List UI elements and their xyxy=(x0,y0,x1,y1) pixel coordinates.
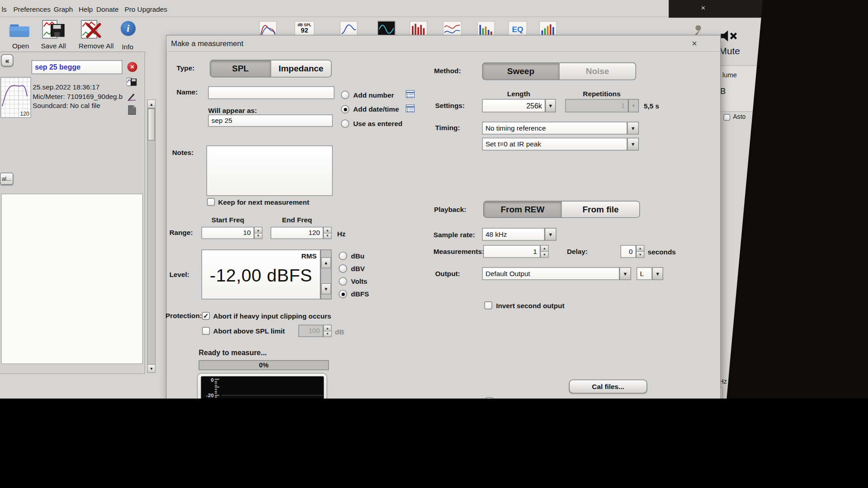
repetitions-field: 1 xyxy=(565,99,628,112)
notes-doc-icon[interactable] xyxy=(128,105,136,115)
invert-output-checkbox[interactable] xyxy=(484,301,492,309)
menu-item-pro-upgrades[interactable]: Pro Upgrades xyxy=(125,5,167,13)
length-dropdown-button[interactable]: ▼ xyxy=(545,99,556,112)
output-select[interactable]: Default Output xyxy=(482,267,620,280)
status-text: Ready to measure... xyxy=(199,348,267,357)
partial-cal-button[interactable]: al... xyxy=(0,173,13,185)
method-label: Method: xyxy=(434,67,461,75)
measurements-label: Measurements: xyxy=(434,248,484,256)
mute-label[interactable]: Mute xyxy=(719,46,740,57)
spl-meter-value: 92 xyxy=(295,27,314,34)
output-label: Output: xyxy=(435,270,460,278)
dialog-close-button[interactable]: × xyxy=(692,39,697,49)
open-folder-icon xyxy=(9,22,31,39)
window-close-icon[interactable]: × xyxy=(701,3,705,12)
delay-field[interactable]: 0 xyxy=(621,245,636,258)
add-number-list-icon[interactable] xyxy=(406,90,415,98)
mute-speaker-icon[interactable] xyxy=(720,29,739,43)
scrollbar-thumb[interactable] xyxy=(148,108,155,141)
delay-spinner[interactable]: ▲▼ xyxy=(636,245,644,258)
collapse-panel-button[interactable]: « xyxy=(1,54,13,66)
virtual-balanced-checkbox[interactable] xyxy=(486,397,493,399)
info-icon: i xyxy=(121,21,136,36)
abort-clipping-checkbox[interactable]: ✓ xyxy=(202,312,210,320)
auto-checkbox[interactable] xyxy=(723,114,730,121)
end-freq-spinner[interactable]: ▲▼ xyxy=(323,227,331,239)
dbv-radio[interactable] xyxy=(339,264,347,272)
level-value: -12,00 dBFS xyxy=(202,266,320,286)
screen: ls Preferences Graph Help Donate Pro Upg… xyxy=(0,0,868,399)
volts-radio[interactable] xyxy=(339,277,347,285)
dbu-label: dBu xyxy=(351,252,364,260)
panel-scrollbar[interactable]: ▲ ▼ xyxy=(147,99,156,373)
level-label: Level: xyxy=(170,271,189,279)
timing-dropdown-button[interactable]: ▼ xyxy=(627,122,639,134)
sample-rate-select[interactable]: 48 kHz xyxy=(482,228,545,240)
measurement-date: 25.sep.2022 18:36:17 xyxy=(33,84,99,91)
toolbar-remove-all-button[interactable]: Remove All xyxy=(77,20,112,52)
type-segmented: SPL Impedance xyxy=(210,60,331,77)
level-spin-down[interactable]: ▼ xyxy=(321,283,331,294)
type-impedance-button[interactable]: Impedance xyxy=(270,60,331,77)
timing-ref-select[interactable]: Set t=0 at IR peak xyxy=(482,138,627,150)
playback-from-rew-button[interactable]: From REW xyxy=(484,202,561,218)
hz-label: Hz xyxy=(337,230,346,238)
fragment-auto: Asto xyxy=(733,113,745,120)
level-spinner-track[interactable]: ▲ ▼ xyxy=(321,249,331,299)
level-spin-up[interactable]: ▲ xyxy=(321,257,331,268)
length-field[interactable]: 256k xyxy=(482,99,546,112)
measurement-name-field[interactable]: sep 25 begge xyxy=(32,60,123,74)
menu-item-preferences[interactable]: Preferences xyxy=(13,5,51,13)
add-number-radio[interactable] xyxy=(341,91,349,99)
output-channel-select[interactable]: L xyxy=(637,267,652,280)
will-appear-field[interactable]: sep 25 xyxy=(208,114,333,127)
menu-item-donate[interactable]: Donate xyxy=(96,5,118,13)
sample-rate-dropdown-button[interactable]: ▼ xyxy=(545,228,557,240)
output-dropdown-button[interactable]: ▼ xyxy=(619,267,631,280)
start-freq-field[interactable]: 10 xyxy=(202,227,254,239)
delete-measurement-button[interactable]: × xyxy=(127,62,137,72)
menu-item-graph[interactable]: Graph xyxy=(54,5,73,13)
method-sweep-button[interactable]: Sweep xyxy=(483,63,559,80)
timing-select[interactable]: No timing reference xyxy=(482,122,627,134)
type-spl-button[interactable]: SPL xyxy=(210,60,270,77)
menu-item-help[interactable]: Help xyxy=(79,5,93,13)
fragment-volume: lume xyxy=(722,71,737,79)
scrollbar-up-button[interactable]: ▲ xyxy=(148,100,155,108)
measurements-spinner[interactable]: ▲▼ xyxy=(540,245,548,258)
name-label: Name: xyxy=(177,89,198,96)
add-datetime-radio[interactable] xyxy=(341,105,349,113)
partial-cal-label: al... xyxy=(2,175,12,182)
will-appear-label: Will appear as: xyxy=(208,107,257,114)
end-freq-header: End Freq xyxy=(271,216,323,224)
use-as-entered-radio[interactable] xyxy=(341,119,349,127)
toolbar-save-all-button[interactable]: Save All xyxy=(40,20,69,52)
output-channel-dropdown-button[interactable]: ▼ xyxy=(652,267,663,280)
name-input[interactable] xyxy=(208,86,334,99)
playback-from-file-button[interactable]: From file xyxy=(561,202,640,218)
dbu-radio[interactable] xyxy=(339,252,347,260)
notes-textarea[interactable] xyxy=(207,145,333,196)
keep-checkbox[interactable] xyxy=(207,198,215,206)
abort-spl-checkbox[interactable] xyxy=(202,327,210,335)
scrollbar-down-button[interactable]: ▼ xyxy=(148,364,155,372)
menu-item-tools-partial[interactable]: ls xyxy=(2,5,7,13)
delay-label: Delay: xyxy=(567,248,588,256)
level-box[interactable]: RMS -12,00 dBFS xyxy=(202,249,321,299)
save-measurement-icon[interactable] xyxy=(127,77,137,86)
measurement-thumbnail[interactable]: 120 xyxy=(0,77,31,118)
timing-ref-dropdown-button[interactable]: ▼ xyxy=(627,138,639,150)
dbfs-radio[interactable] xyxy=(339,290,347,298)
dialog-title-bar[interactable]: Make a measurement × xyxy=(167,35,720,52)
add-datetime-list-icon[interactable] xyxy=(406,104,415,112)
toolbar-open-button[interactable]: Open xyxy=(8,21,32,52)
measurement-list-area[interactable] xyxy=(1,194,142,364)
cal-files-button[interactable]: Cal files... xyxy=(569,380,647,394)
method-noise-button[interactable]: Noise xyxy=(559,63,636,80)
start-freq-spinner[interactable]: ▲▼ xyxy=(254,227,262,239)
edit-curve-icon[interactable] xyxy=(127,92,137,102)
measurements-field[interactable]: 1 xyxy=(483,245,540,258)
toolbar-info-button[interactable]: i Info xyxy=(118,21,138,52)
end-freq-field[interactable]: 120 xyxy=(271,227,323,239)
repetitions-header: Repetitions xyxy=(565,90,638,98)
